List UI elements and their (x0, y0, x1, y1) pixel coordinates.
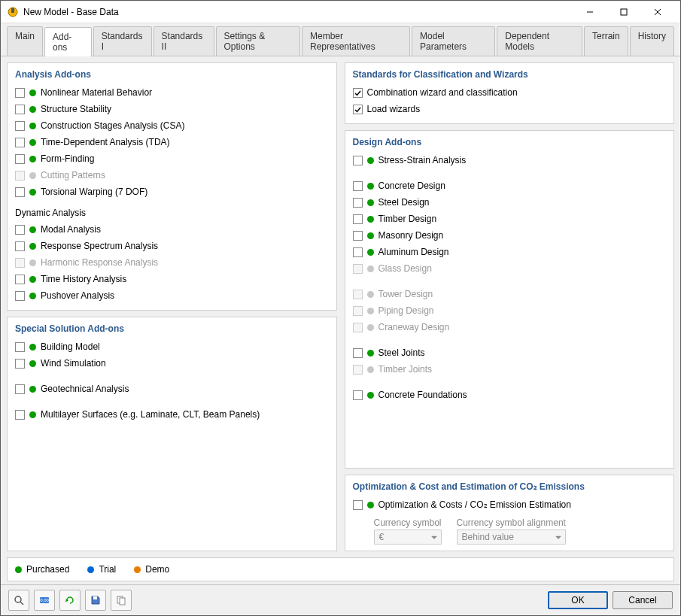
addon-checkbox[interactable] (353, 198, 363, 208)
addon-item: Glass Design (353, 260, 667, 277)
close-button[interactable] (640, 1, 674, 23)
status-dot (29, 243, 36, 250)
currency-symbol-select[interactable]: € (374, 530, 442, 545)
units-tool-button[interactable]: 0,00 (34, 590, 55, 611)
save-tool-button[interactable] (85, 590, 106, 611)
addon-checkbox[interactable] (15, 410, 25, 420)
legend-purchased-dot (15, 566, 22, 573)
addon-checkbox (15, 171, 25, 181)
addon-label: Harmonic Response Analysis (41, 257, 158, 268)
status-dot (29, 106, 36, 113)
tab-add-ons[interactable]: Add-ons (44, 27, 92, 56)
addon-checkbox (353, 323, 363, 332)
left-column: Analysis Add-ons Nonlinear Material Beha… (7, 62, 337, 551)
refresh-tool-button[interactable] (59, 590, 81, 611)
right-column: Standards for Classification and Wizards… (345, 62, 675, 551)
addon-checkbox (353, 365, 363, 375)
addon-checkbox[interactable] (15, 384, 25, 394)
addon-item: Construction Stages Analysis (CSA) (15, 117, 329, 134)
addon-checkbox[interactable] (15, 138, 25, 147)
addon-checkbox[interactable] (15, 154, 25, 164)
addon-checkbox[interactable] (353, 156, 363, 165)
addon-item: Geotechnical Analysis (15, 381, 329, 397)
status-dot (29, 293, 36, 299)
legend-demo-dot (134, 566, 141, 573)
addon-checkbox[interactable] (15, 359, 25, 369)
addon-checkbox[interactable] (353, 214, 363, 224)
status-dot (367, 266, 374, 272)
addon-item: Pushover Analysis (15, 287, 329, 304)
window-title: New Model - Base Data (23, 7, 573, 17)
addon-item: Response Spectrum Analysis (15, 238, 329, 254)
optimization-fields: Currency symbol € Currency symbol alignm… (353, 517, 667, 545)
addon-checkbox[interactable] (353, 390, 363, 400)
standards-checkbox[interactable] (353, 105, 363, 114)
addon-label: Piping Design (379, 305, 434, 316)
addon-checkbox[interactable] (353, 348, 363, 358)
status-dot (367, 366, 374, 373)
ok-button[interactable]: OK (548, 591, 608, 609)
standards-checkbox[interactable] (353, 88, 363, 98)
addon-item: Cutting Patterns (15, 167, 329, 184)
addon-checkbox[interactable] (353, 247, 363, 257)
addon-checkbox[interactable] (15, 225, 25, 235)
addon-item: Stress-Strain Analysis (353, 152, 667, 168)
standards-item: Combination wizard and classification (353, 84, 667, 101)
tab-model-parameters[interactable]: Model Parameters (412, 26, 495, 56)
tab-dependent-models[interactable]: Dependent Models (497, 26, 582, 56)
addon-item: Aluminum Design (353, 244, 667, 260)
status-dot (29, 344, 36, 350)
maximize-button[interactable] (607, 1, 640, 23)
status-dot (29, 411, 36, 418)
svg-text:0,00: 0,00 (40, 598, 49, 602)
svg-rect-3 (621, 9, 627, 15)
addon-label: Geotechnical Analysis (41, 384, 129, 394)
addon-checkbox (15, 258, 25, 268)
addon-checkbox[interactable] (15, 121, 25, 131)
addon-checkbox[interactable] (15, 88, 25, 98)
status-dot (367, 216, 374, 223)
tab-standards-i[interactable]: Standards I (93, 26, 152, 56)
addon-label: Timber Joints (379, 364, 433, 375)
addon-checkbox[interactable] (15, 342, 25, 352)
addon-label: Construction Stages Analysis (CSA) (41, 120, 184, 131)
tab-main[interactable]: Main (7, 26, 43, 56)
tab-standards-ii[interactable]: Standards II (154, 26, 214, 56)
optimization-panel: Optimization & Cost and Estimation of CO… (345, 475, 675, 551)
addon-checkbox[interactable] (15, 275, 25, 284)
status-dot (29, 226, 36, 233)
minimize-button[interactable] (573, 1, 607, 23)
titlebar: New Model - Base Data (1, 1, 680, 23)
addon-checkbox[interactable] (15, 291, 25, 301)
copy-tool-button[interactable] (111, 590, 132, 611)
legend-purchased-label: Purchased (26, 564, 69, 575)
optimization-item: Optimization & Costs / CO₂ Emission Esti… (353, 496, 667, 513)
cancel-button[interactable]: Cancel (613, 591, 673, 609)
addon-item: Masonry Design (353, 227, 667, 244)
addon-label: Pushover Analysis (41, 290, 114, 301)
optimization-label: Optimization & Costs / CO₂ Emission Esti… (379, 499, 571, 510)
tab-settings-options[interactable]: Settings & Options (216, 26, 300, 56)
status-dot (29, 123, 36, 129)
svg-rect-11 (93, 596, 97, 599)
special-solution-panel: Special Solution Add-ons Building ModelW… (7, 317, 337, 551)
tab-member-representatives[interactable]: Member Representatives (302, 26, 410, 56)
search-tool-button[interactable] (8, 590, 29, 611)
tab-bar: MainAdd-onsStandards IStandards IISettin… (1, 23, 680, 56)
status-dot (367, 249, 374, 256)
addon-checkbox[interactable] (15, 105, 25, 114)
addon-item: Steel Joints (353, 344, 667, 361)
tab-history[interactable]: History (630, 26, 674, 56)
design-addons-title: Design Add-ons (353, 137, 667, 147)
tab-terrain[interactable]: Terrain (584, 26, 628, 56)
addon-checkbox[interactable] (15, 241, 25, 251)
currency-alignment-select[interactable]: Behind value (457, 530, 566, 545)
optimization-checkbox[interactable] (353, 500, 363, 510)
addon-item: Multilayer Surfaces (e.g. Laminate, CLT,… (15, 406, 329, 423)
legend-trial-dot (87, 566, 94, 573)
svg-rect-13 (120, 598, 125, 605)
addon-checkbox[interactable] (353, 231, 363, 241)
addon-checkbox[interactable] (15, 187, 25, 197)
legend-bar: Purchased Trial Demo (7, 557, 674, 581)
addon-checkbox[interactable] (353, 181, 363, 191)
